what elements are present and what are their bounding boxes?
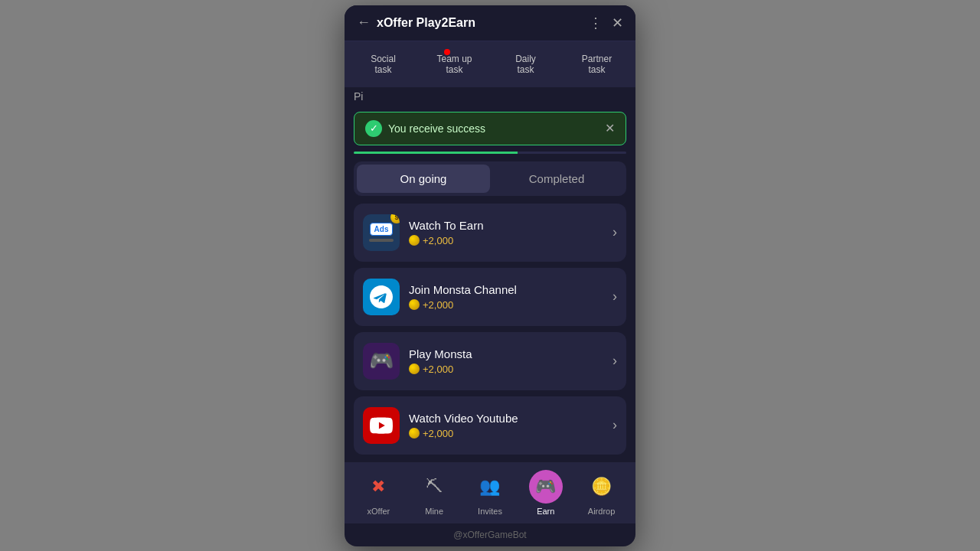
notification-dot — [444, 49, 450, 55]
task-icon-monsta: 🎮 — [363, 343, 400, 380]
menu-button[interactable]: ⋮ — [589, 15, 603, 31]
close-button[interactable]: ✕ — [612, 15, 623, 31]
mine-icon: ⛏ — [426, 477, 443, 497]
earn-icon-wrap: 🎮 — [529, 470, 563, 504]
task-reward-join-monsta: +2,000 — [409, 299, 603, 311]
success-notification: ✓ You receive success ✕ — [354, 112, 626, 145]
tab-social-task[interactable]: Socialtask — [348, 47, 419, 81]
task-item-join-monsta[interactable]: Join Monsta Channel +2,000 › — [354, 268, 626, 326]
task-info-watch-youtube: Watch Video Youtube +2,000 — [409, 412, 603, 439]
partial-text: Pi — [345, 87, 635, 106]
task-reward-watch-youtube: +2,000 — [409, 428, 603, 439]
nav-item-invites[interactable]: 👥 Invites — [462, 470, 518, 516]
task-icon-youtube — [363, 407, 400, 444]
tab-teamup-task[interactable]: Team uptask — [419, 47, 490, 81]
tab-completed[interactable]: Completed — [490, 165, 623, 193]
coin-icon-4 — [409, 428, 420, 439]
telegram-svg — [370, 285, 393, 308]
ads-bar — [369, 239, 394, 242]
app-title: xOffer Play2Earn — [377, 16, 475, 30]
task-item-watch-to-earn[interactable]: Ads $ Watch To Earn +2,000 › — [354, 204, 626, 262]
progress-bar-fill — [354, 152, 518, 154]
footer-text: @xOfferGameBot — [453, 530, 526, 540]
tab-daily-task[interactable]: Dailytask — [490, 47, 561, 81]
nav-item-earn[interactable]: 🎮 Earn — [518, 470, 573, 516]
task-icon-telegram — [363, 279, 400, 315]
invites-icon-wrap: 👥 — [473, 470, 507, 504]
task-name-join-monsta: Join Monsta Channel — [409, 283, 603, 296]
xoffer-icon-wrap: ✖ — [361, 470, 395, 504]
xoffer-icon: ✖ — [371, 477, 385, 497]
title-bar-right: ⋮ ✕ — [589, 15, 623, 31]
ads-label: Ads — [370, 223, 394, 236]
task-tabs-row: Socialtask Team uptask Dailytask Partner… — [345, 41, 635, 87]
task-info-play-monsta: Play Monsta +2,000 — [409, 347, 603, 375]
task-reward-play-monsta: +2,000 — [409, 364, 603, 375]
chevron-icon-4: › — [612, 417, 617, 433]
task-reward-watch-to-earn: +2,000 — [409, 235, 603, 246]
task-item-play-monsta[interactable]: 🎮 Play Monsta +2,000 › — [354, 332, 626, 390]
nav-label-invites: Invites — [478, 507, 502, 516]
nav-label-mine: Mine — [425, 507, 443, 516]
success-bar-left: ✓ You receive success — [365, 120, 485, 137]
chevron-icon: › — [612, 224, 617, 240]
task-name-watch-youtube: Watch Video Youtube — [409, 412, 603, 425]
footer: @xOfferGameBot — [345, 523, 635, 546]
reward-value-watch-youtube: +2,000 — [423, 428, 453, 439]
chevron-icon-2: › — [612, 289, 617, 305]
coin-icon — [409, 235, 420, 246]
nav-item-mine[interactable]: ⛏ Mine — [407, 470, 462, 516]
earn-icon: 🎮 — [535, 477, 556, 497]
monsta-emoji: 🎮 — [369, 349, 394, 373]
success-icon: ✓ — [365, 120, 382, 137]
nav-item-airdrop[interactable]: 🪙 Airdrop — [573, 470, 629, 516]
task-info-watch-to-earn: Watch To Earn +2,000 — [409, 219, 603, 246]
title-bar: ← xOffer Play2Earn ⋮ ✕ — [345, 5, 635, 41]
app-window: ← xOffer Play2Earn ⋮ ✕ Socialtask Team u… — [345, 5, 635, 546]
nav-label-airdrop: Airdrop — [588, 507, 615, 516]
task-info-join-monsta: Join Monsta Channel +2,000 — [409, 283, 603, 311]
success-message: You receive success — [388, 122, 485, 135]
status-toggle: On going Completed — [354, 161, 626, 196]
progress-bar-container — [354, 152, 626, 154]
nav-label-earn: Earn — [537, 507, 554, 516]
back-button[interactable]: ← — [357, 15, 371, 31]
task-list: Ads $ Watch To Earn +2,000 › — [345, 204, 635, 455]
task-item-watch-youtube[interactable]: Watch Video Youtube +2,000 › — [354, 396, 626, 455]
mine-icon-wrap: ⛏ — [417, 470, 451, 504]
title-bar-left: ← xOffer Play2Earn — [357, 15, 475, 31]
coin-icon-3 — [409, 364, 420, 374]
nav-item-xoffer[interactable]: ✖ xOffer — [351, 470, 407, 516]
chevron-icon-3: › — [612, 353, 617, 369]
reward-value-play-monsta: +2,000 — [423, 364, 453, 375]
youtube-svg — [370, 417, 393, 434]
task-name-watch-to-earn: Watch To Earn — [409, 219, 603, 232]
reward-value-watch-to-earn: +2,000 — [423, 235, 453, 246]
coin-badge: $ — [390, 214, 400, 223]
airdrop-icon: 🪙 — [591, 477, 612, 497]
reward-value-join-monsta: +2,000 — [423, 299, 453, 311]
notification-close-button[interactable]: ✕ — [605, 121, 615, 135]
task-name-play-monsta: Play Monsta — [409, 347, 603, 360]
tab-partner-task[interactable]: Partnertask — [561, 47, 632, 81]
tab-ongoing[interactable]: On going — [357, 165, 490, 193]
bottom-nav: ✖ xOffer ⛏ Mine 👥 Invites 🎮 Earn 🪙 — [345, 462, 635, 523]
airdrop-icon-wrap: 🪙 — [585, 470, 619, 504]
task-icon-ads: Ads $ — [363, 214, 400, 251]
invites-icon: 👥 — [479, 477, 500, 497]
coin-icon-2 — [409, 299, 420, 310]
nav-label-xoffer: xOffer — [368, 507, 390, 516]
